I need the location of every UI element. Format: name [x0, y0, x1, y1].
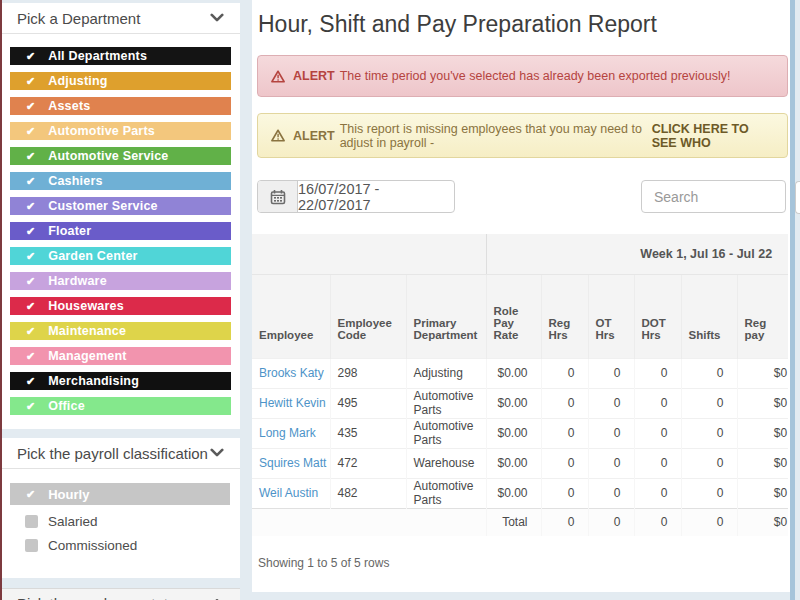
cell-reg_hrs: 0: [541, 388, 588, 418]
employee-link[interactable]: Squires Matt: [259, 456, 326, 470]
department-list: ✔ All Departments ✔ Adjusting ✔ Assets ✔…: [2, 34, 240, 415]
cell-rate: $0.00: [486, 418, 541, 448]
date-range-picker[interactable]: 16/07/2017 - 22/07/2017: [257, 180, 455, 213]
department-label: Floater: [48, 224, 91, 238]
table-row: Squires Matt472Warehouse$0.000000$0: [252, 448, 788, 478]
payroll-option-label: Hourly: [48, 487, 89, 502]
department-label: Assets: [48, 99, 90, 113]
department-item[interactable]: ✔ Automotive Service: [10, 147, 231, 165]
cell-code: 435: [330, 418, 406, 448]
report-table: Week 1, Jul 16 - Jul 22 EmployeeEmployee…: [252, 234, 788, 536]
cell-ot_hrs: 0: [588, 478, 634, 508]
alert-message: The time period you've selected has alre…: [340, 69, 731, 83]
total-label: Total: [486, 508, 541, 536]
cell-ot_hrs: 0: [588, 448, 634, 478]
department-item[interactable]: ✔ Maintenance: [10, 322, 231, 340]
department-panel-title: Pick a Department: [17, 10, 140, 27]
cell-reg_hrs: 0: [541, 418, 588, 448]
check-icon: ✔: [26, 76, 35, 87]
checkbox-icon[interactable]: [25, 515, 38, 528]
calendar-button[interactable]: [258, 181, 298, 212]
warning-triangle-icon: [271, 70, 285, 83]
table-group-header-row: Week 1, Jul 16 - Jul 22: [252, 234, 788, 274]
cell-reg_hrs: 0: [541, 358, 588, 388]
employee-link[interactable]: Long Mark: [259, 426, 316, 440]
check-icon: ✔: [26, 326, 35, 337]
search-input[interactable]: [641, 180, 786, 213]
alert-label: ALERT: [293, 129, 335, 143]
cell-reg_pay: $0: [737, 388, 788, 418]
calendar-icon: [270, 189, 286, 205]
employee-link[interactable]: Weil Austin: [259, 486, 318, 500]
column-header-dot-hrs: DOT Hrs: [634, 274, 681, 358]
department-panel-header[interactable]: Pick a Department: [2, 3, 240, 34]
department-label: Adjusting: [48, 74, 107, 88]
check-icon: ✔: [26, 251, 35, 262]
date-range-value[interactable]: 16/07/2017 - 22/07/2017: [298, 181, 454, 212]
department-label: All Departments: [48, 49, 147, 63]
cell-shifts: 0: [681, 388, 737, 418]
left-edge-strip: [0, 0, 2, 600]
column-header-shifts: Shifts: [681, 274, 737, 358]
cell-department: Automotive Parts: [406, 478, 486, 508]
cell-dot_hrs: 0: [634, 358, 681, 388]
click-here-to-see-who-link[interactable]: CLICK HERE TO SEE WHO: [652, 122, 774, 150]
cell-code: 482: [330, 478, 406, 508]
payroll-option-label: Commissioned: [48, 538, 137, 553]
department-item[interactable]: ✔ Hardware: [10, 272, 231, 290]
column-header-primary-department: Primary Department: [406, 274, 486, 358]
employee-link[interactable]: Hewitt Kevin: [259, 396, 326, 410]
cell-reg_hrs: 0: [541, 478, 588, 508]
chevron-down-icon[interactable]: [210, 448, 224, 458]
department-item[interactable]: ✔ Garden Center: [10, 247, 231, 265]
department-label: Merchandising: [48, 374, 139, 388]
employee-status-panel: Pick the employee status: [2, 588, 240, 600]
department-item[interactable]: ✔ Automotive Parts: [10, 122, 231, 140]
employee-status-panel-header[interactable]: Pick the employee status: [2, 588, 240, 600]
payroll-option[interactable]: Commissioned: [25, 538, 230, 553]
cell-reg_pay: $0: [737, 478, 788, 508]
alert-label: ALERT: [293, 69, 335, 83]
cell-department: Adjusting: [406, 358, 486, 388]
payroll-panel: Pick the payroll classification ✔ Hourly…: [2, 438, 240, 578]
cell-employee: Brooks Katy: [252, 358, 330, 388]
department-item[interactable]: ✔ Floater: [10, 222, 231, 240]
cell-employee: Weil Austin: [252, 478, 330, 508]
total-reg-hrs: 0: [541, 508, 588, 536]
payroll-option[interactable]: Salaried: [25, 514, 230, 529]
week-group-header: Week 1, Jul 16 - Jul 22: [486, 234, 788, 274]
department-item[interactable]: ✔ Management: [10, 347, 231, 365]
checkbox-icon[interactable]: [25, 539, 38, 552]
total-reg-pay: $0: [737, 508, 788, 536]
cell-employee: Long Mark: [252, 418, 330, 448]
check-icon: ✔: [26, 301, 35, 312]
department-panel: Pick a Department ✔ All Departments ✔ Ad…: [2, 3, 240, 429]
department-item[interactable]: ✔ Office: [10, 397, 231, 415]
cell-dot_hrs: 0: [634, 478, 681, 508]
right-edge-border: [790, 0, 795, 600]
table-row: Brooks Katy298Adjusting$0.000000$0: [252, 358, 788, 388]
cell-ot_hrs: 0: [588, 358, 634, 388]
payroll-panel-title: Pick the payroll classification: [17, 445, 208, 462]
department-item[interactable]: ✔ Housewares: [10, 297, 231, 315]
check-icon: ✔: [26, 151, 35, 162]
department-item[interactable]: ✔ Customer Service: [10, 197, 231, 215]
department-item[interactable]: ✔ Cashiers: [10, 172, 231, 190]
page-title: Hour, Shift and Pay Preparation Report: [258, 11, 790, 38]
department-item[interactable]: ✔ Merchandising: [10, 372, 231, 390]
payroll-option-selected[interactable]: ✔ Hourly: [10, 483, 230, 505]
table-corner-header: [252, 234, 486, 274]
department-item[interactable]: ✔ Assets: [10, 97, 231, 115]
department-item[interactable]: ✔ All Departments: [10, 47, 231, 65]
cell-employee: Squires Matt: [252, 448, 330, 478]
department-item[interactable]: ✔ Adjusting: [10, 72, 231, 90]
table-row: Weil Austin482Automotive Parts$0.000000$…: [252, 478, 788, 508]
employee-link[interactable]: Brooks Katy: [259, 366, 324, 380]
cell-shifts: 0: [681, 418, 737, 448]
check-icon: ✔: [26, 176, 35, 187]
payroll-panel-header[interactable]: Pick the payroll classification: [2, 438, 240, 469]
cell-reg_hrs: 0: [541, 448, 588, 478]
clipped-button-fragment: [795, 181, 800, 214]
chevron-down-icon[interactable]: [210, 13, 224, 23]
column-header-employee: Employee: [252, 274, 330, 358]
